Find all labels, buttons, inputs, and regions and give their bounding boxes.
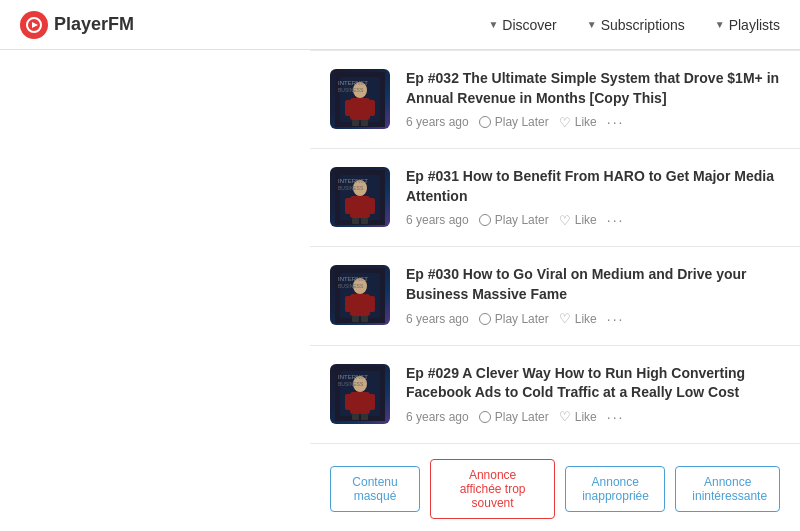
episode-thumbnail: INTERNET BUSINESS [330, 265, 390, 325]
svg-rect-6 [345, 100, 353, 116]
nav-discover[interactable]: ▼ Discover [488, 17, 556, 33]
like-label: Like [575, 115, 597, 129]
like-button[interactable]: ♡ Like [559, 409, 597, 424]
nav-playlists-label: Playlists [729, 17, 780, 33]
episode-thumbnail: INTERNET BUSINESS [330, 69, 390, 129]
play-later-label: Play Later [495, 115, 549, 129]
svg-text:BUSINESS: BUSINESS [338, 381, 364, 387]
footer-report-bar: Contenu masquéAnnonce affichée trop souv… [310, 444, 800, 531]
episode-time: 6 years ago [406, 410, 469, 424]
svg-rect-26 [345, 296, 353, 312]
episode-info: Ep #032 The Ultimate Simple System that … [406, 69, 780, 130]
svg-rect-8 [352, 120, 359, 126]
main-nav: ▼ Discover ▼ Subscriptions ▼ Playlists [488, 17, 780, 33]
more-options-button[interactable]: ··· [607, 114, 625, 130]
episode-item: INTERNET BUSINESS Ep #032 The Ultimate S… [310, 51, 800, 149]
nav-subscriptions[interactable]: ▼ Subscriptions [587, 17, 685, 33]
episode-info: Ep #029 A Clever Way How to Run High Con… [406, 364, 780, 425]
play-later-circle-icon [479, 214, 491, 226]
heart-icon: ♡ [559, 409, 571, 424]
discover-arrow-icon: ▼ [488, 19, 498, 30]
episode-meta: 6 years ago Play Later ♡ Like ··· [406, 114, 780, 130]
nav-discover-label: Discover [502, 17, 556, 33]
play-later-circle-icon [479, 411, 491, 423]
episode-thumbnail: INTERNET BUSINESS [330, 364, 390, 424]
svg-marker-1 [32, 22, 38, 28]
play-later-circle-icon [479, 116, 491, 128]
play-later-button[interactable]: Play Later [479, 410, 549, 424]
heart-icon: ♡ [559, 213, 571, 228]
svg-rect-36 [345, 394, 353, 410]
play-later-button[interactable]: Play Later [479, 115, 549, 129]
episode-meta: 6 years ago Play Later ♡ Like ··· [406, 212, 780, 228]
svg-rect-17 [367, 198, 375, 214]
episode-title: Ep #032 The Ultimate Simple System that … [406, 69, 780, 108]
episode-item: INTERNET BUSINESS Ep #029 A Clever Way H… [310, 346, 800, 444]
play-later-button[interactable]: Play Later [479, 312, 549, 326]
play-later-label: Play Later [495, 312, 549, 326]
more-options-button[interactable]: ··· [607, 409, 625, 425]
episode-info: Ep #031 How to Benefit From HARO to Get … [406, 167, 780, 228]
episode-thumbnail: INTERNET BUSINESS [330, 167, 390, 227]
nav-subscriptions-label: Subscriptions [601, 17, 685, 33]
like-button[interactable]: ♡ Like [559, 213, 597, 228]
like-label: Like [575, 410, 597, 424]
svg-text:INTERNET: INTERNET [338, 374, 368, 380]
episode-list: INTERNET BUSINESS Ep #032 The Ultimate S… [310, 50, 800, 444]
svg-rect-19 [361, 218, 368, 224]
like-label: Like [575, 312, 597, 326]
more-options-button[interactable]: ··· [607, 311, 625, 327]
play-later-label: Play Later [495, 410, 549, 424]
episode-item: INTERNET BUSINESS Ep #031 How to Benefit… [310, 149, 800, 247]
episode-meta: 6 years ago Play Later ♡ Like ··· [406, 311, 780, 327]
episode-title: Ep #030 How to Go Viral on Medium and Dr… [406, 265, 780, 304]
more-options-button[interactable]: ··· [607, 212, 625, 228]
like-button[interactable]: ♡ Like [559, 115, 597, 130]
svg-rect-16 [345, 198, 353, 214]
report-button-annonce-ininteressante[interactable]: Annonce inintéressante [675, 466, 780, 512]
episode-time: 6 years ago [406, 312, 469, 326]
svg-rect-28 [352, 316, 359, 322]
subscriptions-arrow-icon: ▼ [587, 19, 597, 30]
report-button-annonce-inappropriee[interactable]: Annonce inappropriée [565, 466, 665, 512]
episode-meta: 6 years ago Play Later ♡ Like ··· [406, 409, 780, 425]
play-later-circle-icon [479, 313, 491, 325]
play-later-label: Play Later [495, 213, 549, 227]
logo-text: PlayerFM [54, 14, 134, 35]
svg-text:BUSINESS: BUSINESS [338, 185, 364, 191]
svg-text:INTERNET: INTERNET [338, 80, 368, 86]
logo-icon [20, 11, 48, 39]
playlists-arrow-icon: ▼ [715, 19, 725, 30]
svg-rect-9 [361, 120, 368, 126]
svg-text:BUSINESS: BUSINESS [338, 87, 364, 93]
svg-rect-18 [352, 218, 359, 224]
like-button[interactable]: ♡ Like [559, 311, 597, 326]
svg-rect-38 [352, 414, 359, 420]
heart-icon: ♡ [559, 311, 571, 326]
episode-time: 6 years ago [406, 115, 469, 129]
nav-playlists[interactable]: ▼ Playlists [715, 17, 780, 33]
svg-text:BUSINESS: BUSINESS [338, 283, 364, 289]
svg-rect-29 [361, 316, 368, 322]
svg-rect-27 [367, 296, 375, 312]
svg-rect-7 [367, 100, 375, 116]
svg-text:INTERNET: INTERNET [338, 178, 368, 184]
svg-rect-37 [367, 394, 375, 410]
episode-title: Ep #029 A Clever Way How to Run High Con… [406, 364, 780, 403]
report-button-annonce-trop-souvent[interactable]: Annonce affichée trop souvent [430, 459, 555, 519]
like-label: Like [575, 213, 597, 227]
heart-icon: ♡ [559, 115, 571, 130]
header: PlayerFM ▼ Discover ▼ Subscriptions ▼ Pl… [0, 0, 800, 50]
episode-title: Ep #031 How to Benefit From HARO to Get … [406, 167, 780, 206]
logo: PlayerFM [20, 11, 134, 39]
svg-text:INTERNET: INTERNET [338, 276, 368, 282]
episode-item: INTERNET BUSINESS Ep #030 How to Go Vira… [310, 247, 800, 345]
play-later-button[interactable]: Play Later [479, 213, 549, 227]
episode-list-container: INTERNET BUSINESS Ep #032 The Ultimate S… [310, 50, 800, 444]
report-button-contenu-masque[interactable]: Contenu masqué [330, 466, 420, 512]
episode-time: 6 years ago [406, 213, 469, 227]
svg-rect-39 [361, 414, 368, 420]
episode-info: Ep #030 How to Go Viral on Medium and Dr… [406, 265, 780, 326]
